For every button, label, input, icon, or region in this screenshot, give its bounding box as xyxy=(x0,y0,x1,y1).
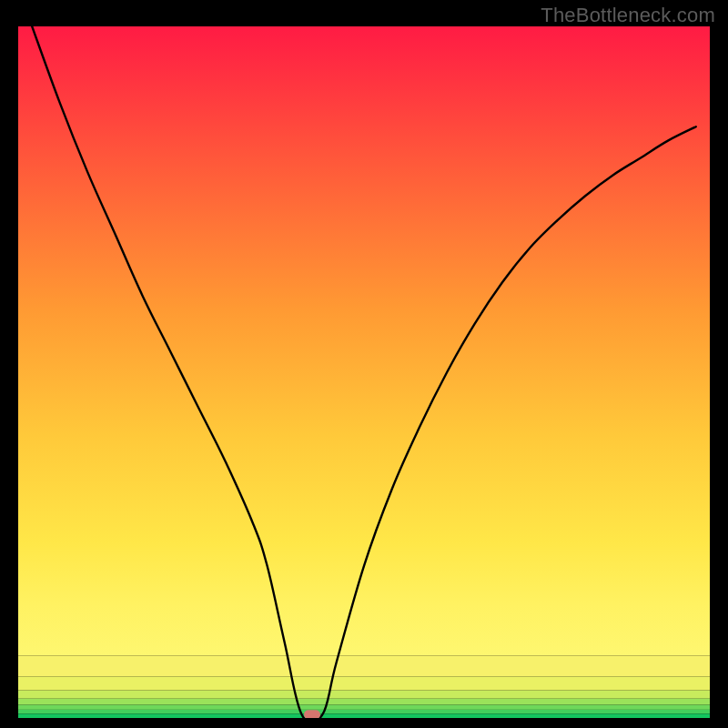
minimum-marker xyxy=(304,710,320,718)
svg-rect-0 xyxy=(18,656,710,677)
svg-rect-1 xyxy=(18,676,710,690)
svg-rect-3 xyxy=(18,699,710,705)
svg-rect-2 xyxy=(18,691,710,699)
svg-rect-6 xyxy=(18,713,710,718)
green-bands xyxy=(18,656,710,718)
svg-rect-4 xyxy=(18,705,710,710)
gradient-background xyxy=(18,26,710,656)
svg-rect-5 xyxy=(18,710,710,714)
chart-svg xyxy=(18,26,710,718)
chart-frame xyxy=(18,26,710,718)
watermark-text: TheBottleneck.com xyxy=(541,4,715,27)
